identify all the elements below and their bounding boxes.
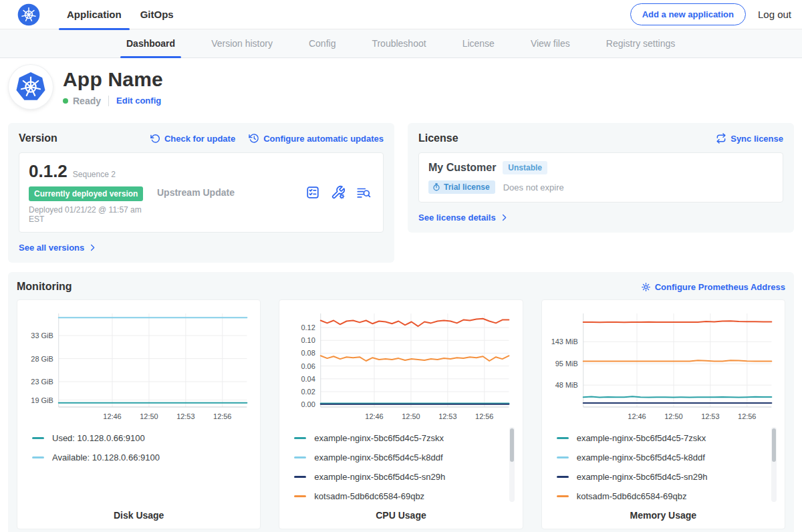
legend-label: Used: 10.128.0.66:9100 — [52, 433, 145, 443]
disk-usage-chart: 19 GiB23 GiB28 GiB33 GiB12:4612:5012:531… — [25, 307, 252, 424]
app-header: App Name Ready Edit config — [0, 58, 802, 118]
svg-text:28 GiB: 28 GiB — [31, 355, 53, 363]
svg-text:12:56: 12:56 — [475, 412, 493, 420]
svg-text:48 MiB: 48 MiB — [555, 381, 577, 389]
divider — [108, 96, 109, 106]
svg-text:0.12: 0.12 — [301, 323, 315, 331]
series-color-dash — [557, 476, 569, 478]
check-for-update-label: Check for update — [164, 134, 235, 144]
chart-title: Disk Usage — [25, 510, 252, 521]
logout-link[interactable]: Log out — [758, 9, 791, 20]
chart-title: CPU Usage — [287, 510, 514, 521]
series-color-dash — [557, 495, 569, 497]
series-color-dash — [294, 456, 306, 458]
svg-text:12:46: 12:46 — [366, 412, 384, 420]
series-color-dash — [32, 456, 44, 458]
legend-label: Available: 10.128.0.66:9100 — [52, 452, 160, 462]
legend-label: example-nginx-5bc6f5d4c5-7zskx — [577, 433, 706, 443]
tab-config[interactable]: Config — [300, 29, 344, 57]
wrench-gear-icon[interactable] — [331, 185, 346, 200]
legend-scrollbar[interactable] — [509, 427, 515, 502]
memory-usage-chart-card: 48 MiB95 MiB143 MiB12:4612:5012:5312:56 … — [541, 299, 785, 529]
see-all-versions-label: See all versions — [19, 243, 84, 253]
legend-item: example-nginx-5bc6f5d4c5-7zskx — [294, 428, 503, 448]
series-color-dash — [294, 437, 306, 439]
tab-dashboard[interactable]: Dashboard — [118, 29, 184, 57]
current-version-box: 0.1.2 Sequence 2 Currently deployed vers… — [19, 152, 384, 233]
legend-label: example-nginx-5bc6f5d4c5-sn29h — [577, 472, 708, 482]
version-number: 0.1.2 — [29, 161, 68, 182]
svg-text:12:53: 12:53 — [701, 412, 719, 420]
topnav-item-gitops[interactable]: GitOps — [131, 0, 183, 29]
svg-text:12:53: 12:53 — [176, 412, 194, 420]
diff-search-icon[interactable] — [356, 185, 371, 200]
legend-item: kotsadm-5db6dc6584-69qbz — [557, 487, 766, 506]
license-expiry: Does not expire — [503, 182, 564, 192]
series-color-dash — [32, 437, 44, 439]
status-badge: Ready — [73, 96, 101, 106]
status-dot — [63, 98, 68, 104]
svg-text:0.02: 0.02 — [301, 388, 315, 396]
memory-usage-chart: 48 MiB95 MiB143 MiB12:4612:5012:5312:56 — [550, 307, 777, 424]
stopwatch-icon — [432, 183, 440, 191]
configure-prometheus-link[interactable]: Configure Prometheus Address — [641, 282, 785, 292]
check-for-update-link[interactable]: Check for update — [150, 134, 235, 144]
legend-label: example-nginx-5bc6f5d4c5-sn29h — [314, 472, 445, 482]
legend-item: Available: 10.128.0.66:9100 — [32, 448, 241, 467]
chart-title: Memory Usage — [550, 510, 777, 521]
legend-item: example-nginx-5bc6f5d4c5-7zskx — [557, 428, 766, 448]
memory-usage-legend: example-nginx-5bc6f5d4c5-7zskxexample-ng… — [550, 426, 777, 505]
cpu-usage-chart-card: 0.000.020.040.060.080.100.1212:4612:5012… — [279, 299, 523, 529]
cpu-usage-legend: example-nginx-5bc6f5d4c5-7zskxexample-ng… — [287, 426, 514, 505]
clock-refresh-icon — [249, 133, 259, 144]
tab-version-history[interactable]: Version history — [203, 29, 281, 57]
svg-text:33 GiB: 33 GiB — [31, 331, 53, 340]
svg-text:95 MiB: 95 MiB — [555, 360, 577, 368]
page-title: App Name — [63, 68, 163, 91]
preflight-checklist-icon[interactable] — [305, 185, 320, 200]
legend-item: example-nginx-5bc6f5d4c5-k8ddf — [294, 448, 503, 467]
sync-license-label: Sync license — [730, 134, 783, 144]
legend-label: example-nginx-5bc6f5d4c5-7zskx — [314, 433, 444, 443]
legend-item: example-nginx-5bc6f5d4c5-sn29h — [557, 467, 766, 487]
see-all-versions-link[interactable]: See all versions — [19, 243, 97, 253]
svg-text:12:46: 12:46 — [103, 412, 121, 420]
configure-automatic-updates-label: Configure automatic updates — [263, 134, 384, 144]
add-new-application-button[interactable]: Add a new application — [630, 3, 746, 25]
edit-config-link[interactable]: Edit config — [116, 96, 161, 106]
tab-view-files[interactable]: View files — [522, 29, 579, 57]
version-sequence: Sequence 2 — [73, 170, 116, 179]
legend-label: example-nginx-5bc6f5d4c5-k8ddf — [314, 452, 442, 462]
svg-text:0.08: 0.08 — [301, 349, 315, 357]
license-type-badge: Trial license — [428, 180, 495, 194]
legend-label: kotsadm-5db6dc6584-69qbz — [314, 491, 424, 501]
tab-registry-settings[interactable]: Registry settings — [597, 29, 684, 57]
legend-item: Used: 10.128.0.66:9100 — [32, 428, 241, 448]
tab-troubleshoot[interactable]: Troubleshoot — [363, 29, 434, 57]
tab-license[interactable]: License — [454, 29, 503, 57]
topnav-item-application[interactable]: Application — [57, 0, 131, 29]
customer-name: My Customer — [428, 162, 496, 174]
configure-automatic-updates-link[interactable]: Configure automatic updates — [249, 133, 384, 144]
scrollbar-thumb[interactable] — [510, 428, 514, 462]
legend-scrollbar[interactable] — [771, 427, 777, 502]
version-card: Version Check for update — [8, 123, 394, 263]
license-type-label: Trial license — [444, 182, 490, 192]
legend-item: example-nginx-5bc6f5d4c5-sn29h — [294, 467, 503, 487]
legend-label: example-nginx-5bc6f5d4c5-k8ddf — [577, 452, 705, 462]
cards-row: Version Check for update — [0, 118, 802, 263]
cpu-usage-chart: 0.000.020.040.060.080.100.1212:4612:5012… — [287, 307, 514, 424]
version-card-title: Version — [19, 132, 57, 144]
license-box: My Customer Unstable Trial license Does … — [418, 152, 783, 203]
sync-license-link[interactable]: Sync license — [716, 133, 783, 144]
see-license-details-link[interactable]: See license details — [418, 213, 509, 223]
channel-badge: Unstable — [503, 161, 547, 174]
app-tabs-nav: DashboardVersion historyConfigTroublesho… — [0, 29, 802, 58]
svg-text:12:53: 12:53 — [438, 412, 456, 420]
series-color-dash — [557, 456, 569, 458]
monitoring-title: Monitoring — [17, 281, 72, 293]
app-avatar kubernetes-logo-icon — [9, 65, 53, 109]
chevron-right-icon — [88, 243, 97, 252]
scrollbar-thumb[interactable] — [772, 428, 776, 462]
series-color-dash — [557, 437, 569, 439]
